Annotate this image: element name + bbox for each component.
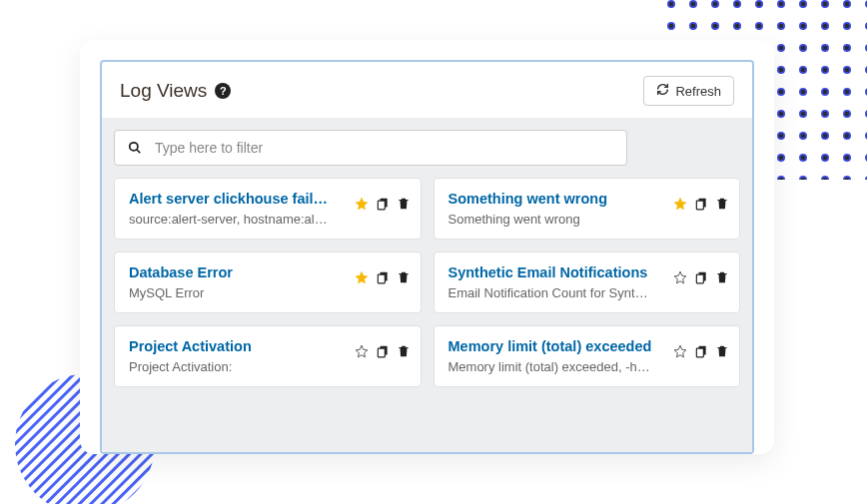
trash-icon[interactable] [715,197,729,211]
star-icon[interactable] [673,270,687,284]
log-view-card[interactable]: Alert server clickhouse failuresource:al… [114,178,422,240]
card-title: Memory limit (total) exceeded [448,338,654,354]
trash-icon[interactable] [715,270,729,284]
star-icon[interactable] [673,197,687,211]
card-actions [673,197,729,211]
card-subtitle: Memory limit (total) exceeded, -ho… [448,359,654,374]
svg-line-7 [137,150,141,154]
log-view-card[interactable]: Database ErrorMySQL Error [114,252,422,313]
filter-wrap [114,130,740,166]
refresh-button[interactable]: Refresh [643,76,734,106]
copy-icon[interactable] [376,344,390,358]
copy-icon[interactable] [694,197,708,211]
card-actions [355,270,411,284]
card-title: Project Activation [129,338,335,354]
star-icon[interactable] [355,344,369,358]
log-view-card[interactable]: Project ActivationProject Activation: [114,325,422,387]
refresh-label: Refresh [675,84,721,99]
title-wrap: Log Views ? [120,80,231,102]
card-title: Synthetic Email Notifications [448,264,654,280]
card-subtitle: MySQL Error [129,285,335,300]
card-actions [355,197,411,211]
filter-input[interactable] [114,130,627,166]
star-icon[interactable] [355,270,369,284]
app-card: Log Views ? Refresh [80,40,774,454]
copy-icon[interactable] [694,270,708,284]
help-icon[interactable]: ? [215,83,231,99]
card-actions [355,344,411,358]
trash-icon[interactable] [397,197,411,211]
trash-icon[interactable] [715,344,729,358]
card-subtitle: source:alert-server, hostname:aler… [129,212,335,227]
search-icon [128,141,142,155]
log-view-card[interactable]: Something went wrongSomething went wrong [434,178,741,240]
panel-body: Alert server clickhouse failuresource:al… [102,118,752,452]
trash-icon[interactable] [397,270,411,284]
trash-icon[interactable] [397,344,411,358]
copy-icon[interactable] [694,344,708,358]
log-views-panel: Log Views ? Refresh [100,60,754,454]
card-subtitle: Email Notification Count for Synth… [448,285,654,300]
card-actions [673,270,729,284]
page-title: Log Views [120,80,207,102]
star-icon[interactable] [673,344,687,358]
cards-grid: Alert server clickhouse failuresource:al… [114,178,740,387]
card-title: Something went wrong [448,191,654,207]
copy-icon[interactable] [376,197,390,211]
log-view-card[interactable]: Memory limit (total) exceededMemory limi… [434,325,741,387]
card-title: Alert server clickhouse failure [129,191,335,207]
card-actions [673,344,729,358]
star-icon[interactable] [355,197,369,211]
copy-icon[interactable] [376,270,390,284]
log-view-card[interactable]: Synthetic Email NotificationsEmail Notif… [434,252,741,313]
refresh-icon [656,83,669,99]
card-title: Database Error [129,264,335,280]
card-subtitle: Project Activation: [129,359,335,374]
panel-header: Log Views ? Refresh [102,62,752,118]
card-subtitle: Something went wrong [448,212,654,227]
svg-point-6 [130,143,138,151]
